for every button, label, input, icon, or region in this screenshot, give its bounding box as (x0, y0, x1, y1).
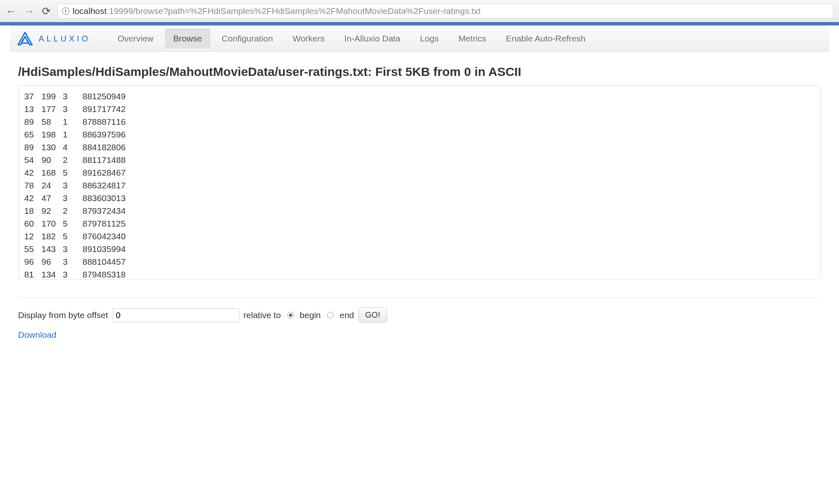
nav-item-workers[interactable]: Workers (284, 29, 333, 48)
end-radio[interactable] (327, 312, 334, 318)
separator (18, 297, 821, 298)
reload-icon[interactable]: ⟳ (42, 6, 51, 16)
offset-input[interactable] (112, 308, 239, 322)
file-row: 811343879485318 (24, 268, 815, 280)
forward-icon: → (24, 6, 34, 16)
app-navbar: ALLUXIO OverviewBrowseConfigurationWorke… (10, 25, 829, 52)
end-label: end (339, 310, 354, 320)
nav-item-configuration[interactable]: Configuration (213, 29, 281, 48)
file-row: 42473883603013 (24, 192, 815, 204)
file-row: 78243886324817 (24, 179, 815, 192)
brand[interactable]: ALLUXIO (16, 32, 90, 46)
nav-item-browse[interactable]: Browse (165, 29, 210, 48)
file-row: 601705879781125 (24, 217, 815, 230)
file-row: 891304884182806 (24, 141, 815, 153)
file-row: 551433891035994 (24, 243, 815, 255)
file-row: 96963888104457 (24, 255, 815, 268)
nav-item-in-alluxio-data[interactable]: In-Alluxio Data (336, 29, 409, 48)
offset-label: Display from byte offset (18, 310, 108, 320)
url-host: localhost (73, 6, 107, 16)
go-button[interactable]: GO! (358, 307, 387, 323)
accent-strip (0, 22, 839, 25)
file-row: 371993881250949 (24, 90, 815, 103)
begin-label: begin (300, 310, 321, 320)
nav-items: OverviewBrowseConfigurationWorkersIn-All… (109, 29, 594, 48)
begin-radio[interactable] (287, 312, 294, 318)
file-row: 18922879372434 (24, 204, 815, 217)
file-preview-box: 3719938812509491317738917177428958187888… (18, 85, 821, 280)
page-title: /HdiSamples/HdiSamples/MahoutMovieData/u… (18, 65, 821, 79)
brand-logo-icon (16, 32, 34, 46)
brand-name: ALLUXIO (39, 34, 90, 44)
file-row: 421685891628467 (24, 166, 815, 179)
offset-form: Display from byte offset relative to beg… (18, 307, 821, 323)
nav-item-overview[interactable]: Overview (109, 29, 162, 48)
file-row: 89581878887116 (24, 115, 815, 128)
browser-toolbar: ← → ⟳ i localhost:19999/browse?path=%2FH… (0, 0, 839, 22)
file-row: 651981886397596 (24, 128, 815, 141)
nav-item-metrics[interactable]: Metrics (450, 29, 495, 48)
address-bar[interactable]: i localhost:19999/browse?path=%2FHdiSamp… (57, 4, 833, 18)
nav-item-enable-auto-refresh[interactable]: Enable Auto-Refresh (498, 29, 594, 48)
back-icon[interactable]: ← (6, 6, 16, 16)
relative-to-label: relative to (243, 310, 281, 320)
url-path: :19999/browse?path=%2FHdiSamples%2FHdiSa… (107, 6, 481, 16)
nav-item-logs[interactable]: Logs (412, 29, 447, 48)
site-info-icon[interactable]: i (62, 7, 69, 15)
download-link[interactable]: Download (18, 330, 56, 340)
main-content: /HdiSamples/HdiSamples/MahoutMovieData/u… (0, 52, 839, 364)
file-row: 131773891717742 (24, 103, 815, 115)
file-row: 54902881171488 (24, 153, 815, 166)
browser-nav-arrows: ← → ⟳ (6, 6, 51, 16)
file-row: 121825876042340 (24, 230, 815, 243)
